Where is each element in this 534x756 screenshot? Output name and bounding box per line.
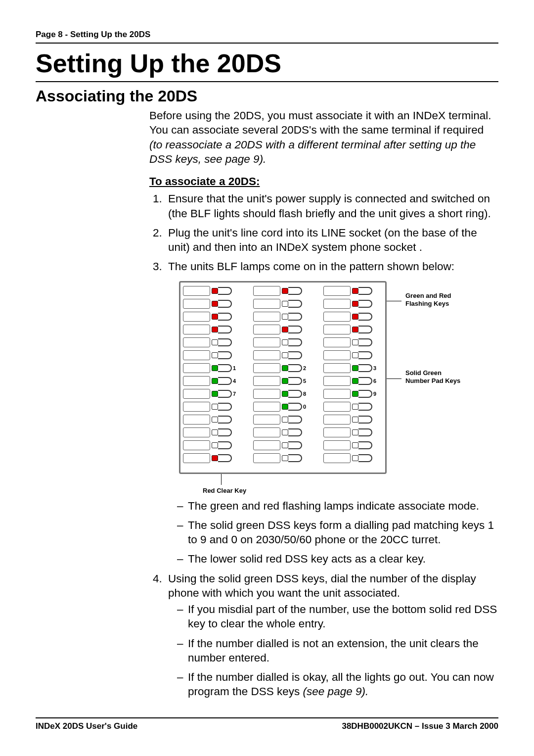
dss-button-icon [358, 364, 372, 372]
dss-button-icon [218, 351, 232, 359]
key-label-slot [253, 363, 280, 373]
dss-key: 1 [183, 363, 242, 374]
blf-led-icon [352, 429, 358, 435]
key-label-slot [183, 299, 210, 309]
page-footer: INDeX 20DS User's Guide 38DHB0002UKCN – … [36, 717, 498, 731]
dss-button-icon [358, 454, 372, 462]
dss-button-icon [218, 390, 232, 398]
key-label-slot [323, 415, 351, 425]
dss-button-icon [358, 416, 372, 424]
key-label-slot [183, 453, 210, 463]
dss-button-icon [218, 403, 232, 411]
blf-led-icon [282, 327, 288, 332]
dss-key: 4 [183, 376, 242, 387]
key-label-slot [253, 427, 280, 437]
key-label-slot [323, 389, 351, 399]
blf-led-icon [212, 327, 218, 332]
key-label-slot [183, 325, 210, 334]
callout-bottom: Red Clear Key [203, 487, 246, 495]
blf-led-icon [352, 314, 358, 320]
key-label-slot [183, 427, 210, 437]
key-label-slot [323, 350, 351, 360]
blf-led-icon [212, 429, 218, 435]
step-3: The units BLF lamps come on in the patte… [165, 259, 498, 566]
blf-led-icon [212, 314, 218, 320]
page-title: Setting Up the 20DS [36, 48, 498, 78]
key-label-slot [323, 376, 351, 386]
blf-led-icon [282, 429, 288, 435]
dss-key [253, 324, 312, 335]
dss-button-icon [288, 300, 302, 308]
dss-key: 0 [253, 401, 312, 413]
step-4b: If the number dialled is not an extensio… [177, 636, 498, 665]
key-label-slot [253, 299, 280, 309]
key-label-slot [323, 286, 351, 296]
blf-led-icon [352, 352, 358, 358]
step-4-text: Using the solid green DSS keys, dial the… [168, 572, 476, 599]
dss-key [183, 414, 242, 425]
blf-led-icon [212, 365, 218, 371]
key-label-slot [253, 325, 280, 334]
key-label-slot [323, 363, 351, 373]
key-label-slot [253, 337, 280, 347]
dss-key [183, 440, 242, 451]
dss-button-icon [288, 441, 302, 449]
step-list: Ensure that the unit's power supply is c… [149, 191, 498, 699]
dss-button-icon [218, 364, 232, 372]
intro-italic: (to reassociate a 20DS with a different … [149, 139, 476, 165]
dss-key [183, 311, 242, 323]
dss-button-icon [358, 351, 372, 359]
dss-key [323, 453, 383, 464]
blf-led-icon [282, 365, 288, 371]
key-number: 7 [233, 390, 237, 397]
dss-key [253, 414, 312, 425]
blf-led-icon [282, 442, 288, 448]
key-number: 5 [303, 378, 307, 384]
key-label-slot [253, 440, 280, 450]
dss-key [323, 324, 383, 335]
step-3a: The green and red flashing lamps indicat… [177, 499, 498, 513]
dss-key: 6 [323, 376, 383, 387]
key-label-slot [253, 389, 280, 399]
step-3b: The solid green DSS keys form a dialling… [177, 518, 498, 547]
step-2: Plug the unit's line cord into its LINE … [165, 226, 498, 255]
dss-key [253, 427, 312, 438]
dss-key: 8 [253, 388, 312, 400]
dss-button-icon [358, 403, 372, 411]
blf-led-icon [282, 404, 288, 410]
dss-key [253, 337, 312, 348]
dss-button-icon [358, 313, 372, 321]
dss-button-icon [288, 338, 302, 346]
blf-led-icon [212, 339, 218, 345]
intro-paragraph: Before using the 20DS, you must associat… [149, 108, 498, 166]
key-number: 3 [373, 365, 377, 372]
footer-left: INDeX 20DS User's Guide [36, 721, 137, 731]
blf-led-icon [212, 378, 218, 384]
key-number: 1 [233, 365, 237, 372]
dss-key [323, 311, 383, 323]
dss-key [323, 298, 383, 310]
dss-button-icon [288, 351, 302, 359]
blf-diagram: 1234567890 Green and Red Flashing Keys S… [179, 281, 498, 494]
key-label-slot [253, 286, 280, 296]
blf-led-icon [352, 339, 358, 345]
dss-key [183, 324, 242, 335]
dss-key [183, 285, 242, 297]
dss-button-icon [288, 313, 302, 321]
dss-key [253, 453, 312, 464]
dss-key [323, 427, 383, 438]
callout-top: Green and Red Flashing Keys [405, 292, 470, 308]
key-label-slot [253, 415, 280, 425]
key-label-slot [323, 427, 351, 437]
key-number: 2 [303, 365, 307, 372]
key-label-slot [183, 402, 210, 412]
step-4c-italic: (see page 9). [303, 685, 369, 698]
blf-led-icon [212, 417, 218, 423]
dss-button-icon [358, 338, 372, 346]
dss-button-icon [218, 313, 232, 321]
dss-key [253, 350, 312, 361]
dss-key [323, 350, 383, 361]
callout-middle: Solid Green Number Pad Keys [405, 369, 465, 385]
blf-led-icon [282, 455, 288, 461]
key-number: 0 [303, 403, 307, 410]
